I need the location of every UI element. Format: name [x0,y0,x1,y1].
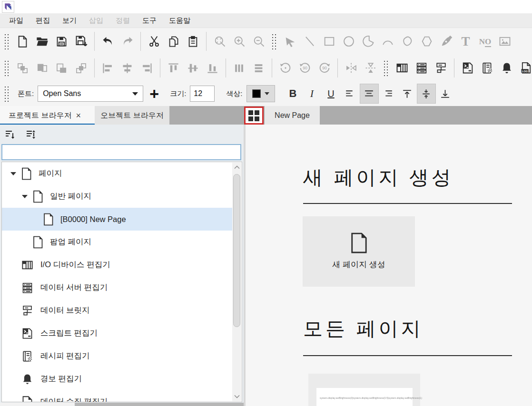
font-size-input[interactable] [190,86,215,102]
expand-all-button[interactable] [24,127,38,142]
scrollbar-thumb[interactable] [233,174,240,327]
font-family-select[interactable]: Open Sans [38,86,143,102]
svg-text:90: 90 [303,66,307,70]
tree-item-alarm-editor[interactable]: 경보 편집기 [2,367,233,390]
paste-icon [187,35,199,48]
page-overview-button[interactable] [244,106,264,125]
separator [160,58,160,77]
tree-item-io-device-editor[interactable]: I/O 디바이스 편집기 [2,253,233,276]
text-valign-top-icon [401,88,413,100]
data-server-icon [21,281,34,294]
tree-item-recipe-editor[interactable]: 레시피 편집기 [2,345,233,367]
tree-item-pages[interactable]: 페이지 [2,162,233,185]
save-button[interactable] [52,30,71,52]
cut-button[interactable] [144,30,164,52]
data-server-editor-button[interactable] [412,57,431,79]
text-valign-bottom-button[interactable] [436,84,455,104]
tree-horizontal-scrollbar[interactable] [0,403,244,406]
chevron-down-icon [132,92,138,96]
tree-item-data-collection-editor[interactable]: 데이터 수집 편집기 [2,390,233,402]
new-page-icon [350,232,368,254]
freeform-shape-icon [401,35,414,48]
scroll-down-arrow-icon[interactable] [232,392,241,401]
tree-search-input[interactable] [1,144,241,160]
script-editor-button[interactable] [458,57,477,79]
scrollbar-thumb[interactable] [75,403,244,406]
save-as-button[interactable] [71,30,91,52]
io-device-editor-button[interactable] [392,57,412,79]
separator [94,58,95,77]
italic-button[interactable]: I [303,84,322,104]
pen-tool-button [436,30,456,52]
app-menu-button[interactable] [2,1,14,13]
toolbar-grip[interactable] [383,59,389,77]
alarm-editor-button[interactable] [497,57,516,79]
thumbnail-text: system.display.setBrightness(0.5) [353,396,388,399]
tree-item-normal-pages[interactable]: 일반 페이지 [2,185,233,208]
collapse-all-button[interactable] [3,127,17,142]
tree-item-script-editor[interactable]: 스크립트 편집기 [2,322,233,345]
expand-all-icon [25,129,37,140]
font-color-button[interactable] [246,85,275,102]
tab-object-browser[interactable]: 오브젝트 브라우저 [95,106,170,125]
io-device-icon [395,61,409,75]
new-project-button[interactable] [13,30,32,52]
create-new-page-button[interactable]: 새 페이지 생성 [303,216,415,287]
recipe-editor-button[interactable] [477,57,497,79]
text-align-center-icon [363,88,375,100]
underline-button[interactable]: U [322,84,341,104]
alarm-bell-icon [21,373,34,386]
tree-item-data-server-editor[interactable]: 데이터 서버 편집기 [2,276,233,299]
text-valign-middle-icon [420,88,432,100]
title-bar [0,0,532,13]
close-icon[interactable]: × [76,111,81,120]
color-swatch [252,89,261,98]
tree-item-data-bridge[interactable]: 데이터 브릿지 [2,299,233,322]
tree-item-popup-pages[interactable]: 팝업 페이지 [2,231,233,253]
menu-file[interactable]: 파일 [3,13,30,28]
open-project-button[interactable] [32,30,52,52]
tree-item-b0000-new-page[interactable]: [B0000] New Page [2,208,233,231]
separator [226,58,226,77]
tab-project-browser[interactable]: 프로젝트 브라우저 × [0,106,95,125]
image-icon [498,35,512,48]
page-thumbnail-card[interactable]: system.display.setBrightness(0) system.d… [308,374,420,406]
tab-label: 프로젝트 브라우저 [9,111,71,121]
text-align-left-button[interactable] [341,84,360,104]
zoom-out-button [249,30,268,52]
flip-horizontal-icon [345,61,358,75]
paste-button[interactable] [183,30,203,52]
bold-button[interactable]: B [284,84,303,104]
size-label: 크기: [170,89,186,98]
add-font-button[interactable]: + [145,84,163,103]
expander-arrow-icon[interactable] [10,172,16,175]
align-middle-v-button [183,57,203,79]
text-valign-top-button[interactable] [398,84,417,104]
undo-icon [101,35,115,48]
text-align-center-button[interactable] [360,84,379,104]
expander-arrow-icon[interactable] [22,195,28,198]
toolbar-row-font: 폰트: Open Sans + 크기: 색상: B I U [0,81,532,106]
tab-new-page[interactable]: New Page [265,106,320,125]
menu-view[interactable]: 보기 [56,13,83,28]
svg-text:90: 90 [322,66,327,70]
thumbnail-text: system.display.setBrightness(0) [320,396,353,399]
save-as-icon [75,35,88,48]
data-logger-button[interactable]: LOG [516,57,532,79]
all-pages-section-title: 모든 페이지 [303,316,423,342]
rotate-90-cw-button: 90 [315,57,334,79]
menu-help[interactable]: 도움말 [163,13,197,28]
toolbar-grip[interactable] [3,85,10,102]
copy-button[interactable] [164,30,183,52]
menu-tools[interactable]: 도구 [136,13,163,28]
data-bridge-button[interactable] [431,57,451,79]
toolbar-grip[interactable] [3,59,10,77]
text-align-right-button[interactable] [379,84,398,104]
toolbar-grip[interactable] [271,33,277,50]
menu-edit[interactable]: 편집 [30,13,56,28]
text-valign-middle-button[interactable] [417,84,436,104]
undo-button[interactable] [98,30,118,52]
toolbar-grip[interactable] [3,33,10,50]
tree-vertical-scrollbar[interactable] [232,163,241,401]
scroll-up-arrow-icon[interactable] [232,163,241,172]
